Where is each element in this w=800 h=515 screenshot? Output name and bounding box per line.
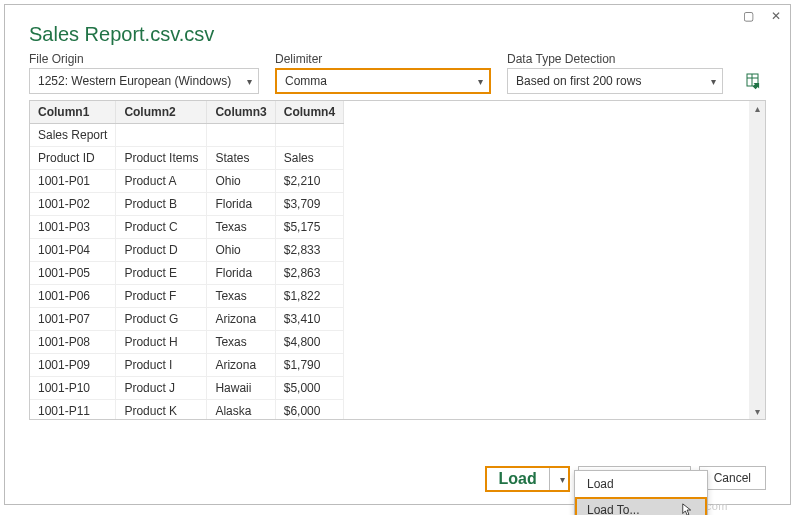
preview-grid: Column1Column2Column3Column4 Sales Repor…	[30, 101, 344, 420]
dialog-title: Sales Report.csv.csv	[5, 5, 790, 52]
load-split-button[interactable]: Load ▾	[485, 466, 570, 492]
preview-grid-container: Column1Column2Column3Column4 Sales Repor…	[29, 100, 766, 420]
table-cell: Texas	[207, 331, 275, 354]
vertical-scrollbar[interactable]: ▴ ▾	[749, 101, 765, 419]
menu-item-load-to[interactable]: Load To...	[575, 497, 707, 515]
table-cell: Product J	[116, 377, 207, 400]
cursor-icon	[681, 503, 695, 515]
table-cell: 1001-P02	[30, 193, 116, 216]
table-cell	[207, 124, 275, 147]
delimiter-value: Comma	[285, 74, 327, 88]
table-cell: Product I	[116, 354, 207, 377]
table-cell: 1001-P11	[30, 400, 116, 421]
table-cell: $5,000	[275, 377, 343, 400]
menu-item-load[interactable]: Load	[575, 471, 707, 497]
table-cell: 1001-P01	[30, 170, 116, 193]
table-row[interactable]: 1001-P02Product BFlorida$3,709	[30, 193, 344, 216]
table-cell: Arizona	[207, 354, 275, 377]
table-cell: $2,833	[275, 239, 343, 262]
table-cell: Arizona	[207, 308, 275, 331]
table-cell: Product A	[116, 170, 207, 193]
chevron-down-icon: ▾	[560, 474, 565, 485]
table-cell: 1001-P03	[30, 216, 116, 239]
table-cell: Product G	[116, 308, 207, 331]
table-cell: States	[207, 147, 275, 170]
column-header[interactable]: Column4	[275, 101, 343, 124]
table-cell: $1,790	[275, 354, 343, 377]
table-row[interactable]: 1001-P01Product AOhio$2,210	[30, 170, 344, 193]
table-row[interactable]: 1001-P09Product IArizona$1,790	[30, 354, 344, 377]
maximize-button[interactable]: ▢	[734, 5, 762, 27]
table-cell: 1001-P04	[30, 239, 116, 262]
table-row[interactable]: 1001-P10Product JHawaii$5,000	[30, 377, 344, 400]
table-cell: 1001-P06	[30, 285, 116, 308]
table-cell: 1001-P05	[30, 262, 116, 285]
table-cell: $2,863	[275, 262, 343, 285]
file-origin-label: File Origin	[29, 52, 259, 66]
extract-table-button[interactable]	[742, 68, 766, 94]
table-cell: Texas	[207, 216, 275, 239]
scroll-up-icon[interactable]: ▴	[753, 101, 762, 116]
table-cell: Ohio	[207, 239, 275, 262]
load-button-main[interactable]: Load	[487, 468, 550, 490]
chevron-down-icon: ▾	[247, 76, 252, 87]
table-row[interactable]: Product IDProduct ItemsStatesSales	[30, 147, 344, 170]
scroll-down-icon[interactable]: ▾	[753, 404, 762, 419]
table-cell: Florida	[207, 262, 275, 285]
detection-label: Data Type Detection	[507, 52, 723, 66]
table-cell: Hawaii	[207, 377, 275, 400]
table-cell: Florida	[207, 193, 275, 216]
delimiter-label: Delimiter	[275, 52, 491, 66]
table-cell: 1001-P09	[30, 354, 116, 377]
table-cell: Product F	[116, 285, 207, 308]
chevron-down-icon: ▾	[711, 76, 716, 87]
table-row[interactable]: 1001-P07Product GArizona$3,410	[30, 308, 344, 331]
table-row[interactable]: 1001-P06Product FTexas$1,822	[30, 285, 344, 308]
table-cell: Texas	[207, 285, 275, 308]
table-cell: 1001-P07	[30, 308, 116, 331]
detection-select[interactable]: Based on first 200 rows ▾	[507, 68, 723, 94]
column-header[interactable]: Column3	[207, 101, 275, 124]
table-cell	[275, 124, 343, 147]
table-cell: Sales Report	[30, 124, 116, 147]
table-cell: Product C	[116, 216, 207, 239]
table-cell: Product H	[116, 331, 207, 354]
table-row[interactable]: 1001-P11Product KAlaska$6,000	[30, 400, 344, 421]
table-cell: Product K	[116, 400, 207, 421]
table-extract-icon	[745, 72, 763, 90]
table-cell: 1001-P10	[30, 377, 116, 400]
table-row[interactable]: 1001-P08Product HTexas$4,800	[30, 331, 344, 354]
table-cell: Sales	[275, 147, 343, 170]
cancel-button[interactable]: Cancel	[699, 466, 766, 490]
table-cell: $4,800	[275, 331, 343, 354]
table-cell: $2,210	[275, 170, 343, 193]
table-row[interactable]: 1001-P04Product DOhio$2,833	[30, 239, 344, 262]
table-cell: Product Items	[116, 147, 207, 170]
chevron-down-icon: ▾	[478, 76, 483, 87]
load-button-dropdown[interactable]: ▾	[550, 468, 568, 490]
table-cell: Ohio	[207, 170, 275, 193]
table-cell: Product D	[116, 239, 207, 262]
table-cell: Product B	[116, 193, 207, 216]
table-cell: $6,000	[275, 400, 343, 421]
table-row[interactable]: Sales Report	[30, 124, 344, 147]
detection-value: Based on first 200 rows	[516, 74, 641, 88]
table-cell	[116, 124, 207, 147]
load-dropdown-menu: Load Load To...	[574, 470, 708, 515]
close-button[interactable]: ✕	[762, 5, 790, 27]
column-header[interactable]: Column1	[30, 101, 116, 124]
table-cell: Product E	[116, 262, 207, 285]
file-origin-value: 1252: Western European (Windows)	[38, 74, 231, 88]
table-cell: $3,410	[275, 308, 343, 331]
table-row[interactable]: 1001-P05Product EFlorida$2,863	[30, 262, 344, 285]
delimiter-select[interactable]: Comma ▾	[275, 68, 491, 94]
table-cell: Product ID	[30, 147, 116, 170]
table-cell: $1,822	[275, 285, 343, 308]
column-header[interactable]: Column2	[116, 101, 207, 124]
table-cell: 1001-P08	[30, 331, 116, 354]
menu-item-load-to-label: Load To...	[587, 503, 640, 515]
file-origin-select[interactable]: 1252: Western European (Windows) ▾	[29, 68, 259, 94]
table-row[interactable]: 1001-P03Product CTexas$5,175	[30, 216, 344, 239]
table-cell: $3,709	[275, 193, 343, 216]
table-cell: Alaska	[207, 400, 275, 421]
